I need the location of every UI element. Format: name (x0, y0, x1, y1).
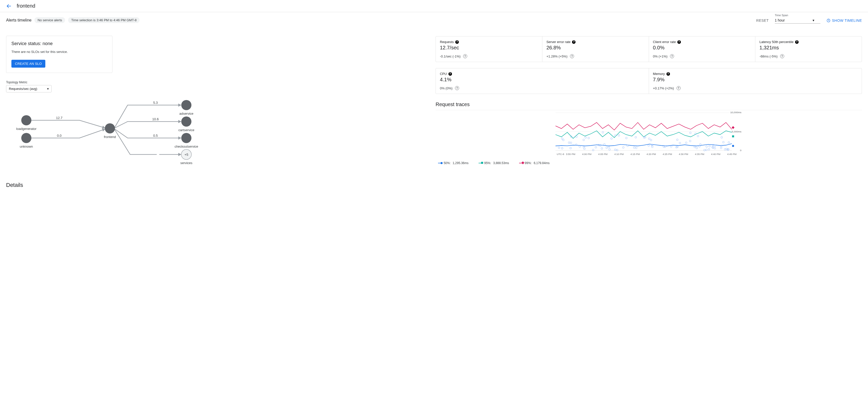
help-icon[interactable]: ? (780, 54, 784, 58)
metric-value: 7.9% (653, 77, 858, 83)
svg-point-133 (732, 145, 734, 147)
timespan-select[interactable]: 1 hour ▾ (775, 17, 820, 24)
page-title: frontend (17, 3, 35, 9)
svg-point-24 (186, 104, 187, 105)
svg-text:4:00 PM: 4:00 PM (582, 153, 591, 155)
svg-point-71 (663, 146, 665, 148)
node-label-checkoutservice: checkoutservice (175, 145, 198, 148)
svg-point-68 (603, 144, 606, 145)
status-subtitle: There are no SLOs set for this service. (11, 50, 107, 54)
topology-metric-label: Topology Metric (6, 81, 425, 84)
svg-point-95 (592, 149, 594, 151)
legend-p50[interactable]: 50%: 1,295.36ms (438, 161, 468, 165)
help-icon[interactable]: ? (463, 54, 467, 58)
help-icon[interactable]: ? (677, 40, 681, 44)
metric-latency-p50: Latency 50th percentile? 1,321ms -68ms (… (755, 36, 862, 62)
edge-frontend-checkout (115, 129, 181, 138)
help-icon[interactable]: ? (455, 86, 459, 90)
edge-label-unknown: 0.0 (57, 134, 62, 138)
topology-metric-select[interactable]: Requests/sec (avg) ▾ (6, 85, 52, 92)
help-icon[interactable]: ? (455, 40, 459, 44)
svg-point-79 (609, 149, 611, 150)
node-cartservice[interactable]: cartservice (179, 117, 194, 132)
svg-point-107 (588, 137, 590, 139)
edge-frontend-cart (115, 122, 181, 128)
metric-memory: Memory? 7.9% +0.17% (+2%)? (649, 68, 862, 94)
metric-label: Client error rate (653, 40, 676, 44)
metric-label: CPU (440, 72, 447, 76)
metric-value: 26.8% (547, 45, 645, 51)
metric-delta: 0% (+1%) (653, 55, 668, 58)
help-icon[interactable]: ? (670, 54, 674, 58)
alerts-timeline-title: Alerts timeline (6, 18, 31, 23)
svg-point-87 (721, 137, 723, 138)
node-adservice[interactable]: adservice (179, 100, 193, 116)
svg-text:4:30 PM: 4:30 PM (679, 153, 688, 155)
svg-point-33 (187, 136, 188, 138)
legend-marker-p50-icon (438, 163, 442, 163)
svg-point-34 (185, 139, 186, 140)
chevron-down-icon: ▾ (812, 18, 814, 22)
svg-point-10 (25, 139, 26, 140)
svg-point-100 (576, 136, 577, 138)
node-unknown[interactable]: unknown (20, 133, 33, 148)
svg-point-9 (27, 136, 28, 138)
metric-delta: -68ms (-5%) (760, 55, 778, 58)
node-more-services[interactable]: +5 services (180, 149, 192, 165)
help-icon[interactable]: ? (572, 40, 576, 44)
svg-point-6 (26, 120, 27, 121)
svg-text:4:40 PM: 4:40 PM (711, 153, 720, 155)
svg-point-93 (714, 147, 716, 149)
show-timeline-label: SHOW TIMELINE (832, 19, 862, 23)
help-icon[interactable]: ? (448, 72, 452, 76)
svg-point-112 (583, 139, 585, 141)
svg-point-23 (187, 106, 188, 107)
svg-point-94 (724, 148, 726, 150)
svg-point-2 (25, 119, 26, 120)
svg-point-72 (635, 147, 637, 149)
svg-point-89 (648, 138, 650, 140)
svg-point-46 (652, 146, 653, 148)
metric-delta: +0.17% (+2%) (653, 86, 674, 90)
topology-metric-value: Requests/sec (avg) (9, 87, 37, 91)
node-loadgenerator[interactable]: loadgenerator (16, 115, 37, 131)
edge-label-ad: 5.3 (153, 101, 158, 104)
legend-p95[interactable]: 95%: 3,888.53ms (478, 161, 509, 165)
node-frontend[interactable]: frontend (104, 123, 116, 139)
back-arrow-icon[interactable] (6, 3, 12, 9)
svg-point-49 (697, 135, 699, 137)
node-label-services: services (180, 161, 192, 165)
help-icon[interactable]: ? (677, 86, 681, 90)
svg-text:4:20 PM: 4:20 PM (647, 153, 656, 155)
metrics-row-1: Requests? 12.7/sec -0.1/sec (-1%)? Serve… (436, 36, 862, 62)
help-icon[interactable]: ? (666, 72, 670, 76)
svg-point-103 (708, 148, 710, 150)
help-icon[interactable]: ? (570, 54, 574, 58)
svg-point-29 (187, 122, 188, 124)
request-traces-chart[interactable]: 10,000ms 5,000ms 0 UTC-8 3:55 PM4:00 PM4… (436, 110, 862, 158)
trace-legend: 50%: 1,295.36ms 95%: 3,888.53ms 99%: 6,1… (436, 161, 862, 165)
svg-point-108 (679, 142, 681, 144)
svg-point-30 (186, 121, 187, 122)
svg-point-83 (561, 138, 563, 140)
svg-point-47 (616, 149, 618, 151)
clock-icon (827, 19, 831, 23)
show-timeline-button[interactable]: SHOW TIMELINE (827, 19, 862, 23)
legend-p99[interactable]: 99%: 6,179.84ms (519, 161, 550, 165)
metric-server-error-rate: Server error rate? 26.8% +1.28% (+5%)? (542, 36, 649, 62)
create-slo-button[interactable]: CREATE AN SLO (11, 60, 45, 68)
help-icon[interactable]: ? (795, 40, 799, 44)
svg-point-55 (611, 138, 613, 140)
legend-marker-p99-icon (519, 163, 523, 163)
node-checkoutservice[interactable]: checkoutservice (175, 133, 198, 148)
svg-point-120 (689, 132, 691, 134)
reset-button[interactable]: RESET (756, 19, 769, 23)
svg-point-5 (27, 121, 28, 122)
svg-point-17 (111, 129, 112, 130)
svg-point-22 (185, 106, 186, 107)
svg-point-76 (706, 146, 708, 147)
svg-point-36 (186, 138, 187, 139)
node-label-frontend: frontend (104, 135, 116, 139)
legend-pct: 50%: (444, 161, 451, 165)
metric-client-error-rate: Client error rate? 0.0% 0% (+1%)? (649, 36, 755, 62)
